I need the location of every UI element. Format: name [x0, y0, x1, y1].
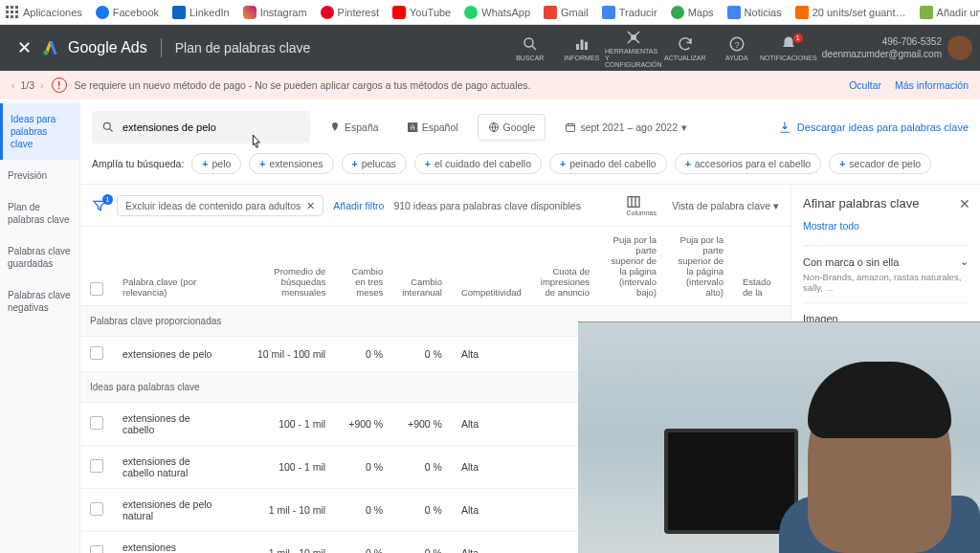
cell-avg: 100 - 1 mil — [230, 446, 335, 489]
apps-grid-icon — [6, 6, 19, 19]
cell-keyword: extensiones de cabello natural — [113, 446, 230, 489]
svg-rect-13 — [585, 41, 588, 49]
cell-chgy: 0 % — [392, 532, 452, 554]
sidebar-item-saved-keywords[interactable]: Palabras clave guardadas — [0, 235, 79, 279]
bookmark-youtube[interactable]: YouTube — [392, 6, 451, 19]
col-comp[interactable]: Competitividad — [452, 227, 531, 306]
language-selector[interactable]: 🅰Español — [398, 114, 468, 141]
globe-icon — [488, 122, 500, 133]
date-range-selector[interactable]: sept 2021 – ago 2022 ▾ — [555, 114, 697, 141]
row-checkbox[interactable] — [90, 459, 103, 473]
broaden-pill[interactable]: +extensiones — [249, 153, 333, 174]
tool-notifications[interactable]: 1Notificaciones — [763, 35, 814, 61]
svg-rect-4 — [11, 11, 13, 13]
col-keyword[interactable]: Palabra clave (por relevancia) — [113, 227, 230, 306]
close-button[interactable]: ✕ — [8, 37, 41, 58]
bookmark-news[interactable]: Noticias — [727, 6, 782, 19]
refine-close[interactable]: ✕ — [959, 196, 970, 211]
refine-section-brand[interactable]: Con marca o sin ella⌄ Non-Brands, amazon… — [803, 245, 969, 302]
broaden-pill[interactable]: +accesorios para el cabello — [675, 153, 822, 174]
bookmark-whatsapp[interactable]: WhatsApp — [464, 6, 530, 19]
filter-tag[interactable]: Excluir ideas de contenido para adultos✕ — [117, 195, 323, 216]
cell-keyword: extensiones adhesivas — [113, 532, 230, 554]
broaden-pill[interactable]: +pelo — [191, 153, 241, 174]
svg-rect-7 — [11, 15, 13, 18]
search-icon — [101, 121, 115, 134]
add-filter[interactable]: Añadir filtro — [333, 200, 384, 211]
row-checkbox[interactable] — [90, 346, 103, 360]
sidebar-item-keyword-ideas[interactable]: Ideas para palabras clave — [0, 103, 79, 160]
sidebar-item-forecast[interactable]: Previsión — [0, 160, 79, 191]
alert-prev[interactable]: ‹ — [11, 79, 15, 91]
search-box[interactable] — [92, 111, 310, 144]
cell-chg3: 0 % — [335, 446, 392, 489]
select-all-checkbox[interactable] — [90, 282, 103, 296]
tool-settings[interactable]: Herramientas y configuración — [608, 29, 659, 68]
bookmark-prestashop[interactable]: Añadir una nueva e… — [920, 6, 980, 19]
view-selector[interactable]: Vista de palabra clave ▾ — [672, 200, 779, 211]
table-toolbar: 1 Excluir ideas de contenido para adulto… — [80, 185, 791, 226]
cell-chgy: 0 % — [392, 337, 452, 372]
webcam-overlay — [578, 321, 980, 553]
bookmark-aliexpress[interactable]: 20 units/set guant… — [795, 6, 906, 19]
account-info[interactable]: 496-706-5352 deenmazumder@gmail.com — [822, 35, 942, 60]
close-icon[interactable]: ✕ — [306, 200, 315, 211]
filter-icon[interactable]: 1 — [92, 198, 107, 213]
row-checkbox[interactable] — [90, 502, 103, 516]
apps-button[interactable]: Aplicaciones — [6, 6, 82, 19]
tool-search[interactable]: Buscar — [504, 35, 556, 61]
svg-rect-3 — [6, 11, 9, 13]
col-avg[interactable]: Promedio de búsquedas mensuales — [230, 227, 335, 306]
bookmark-linkedin[interactable]: LinkedIn — [172, 6, 230, 19]
cell-avg: 100 - 1 mil — [230, 403, 335, 446]
google-ads-logo-icon — [41, 38, 60, 57]
sidebar-item-negative-keywords[interactable]: Palabras clave negativas — [0, 279, 79, 323]
apps-label: Aplicaciones — [23, 7, 82, 18]
row-checkbox[interactable] — [90, 416, 103, 430]
svg-point-10 — [524, 38, 533, 47]
alert-banner: ‹ 1/3 › ! Se requiere un nuevo método de… — [0, 71, 980, 100]
alert-hide[interactable]: Ocultar — [849, 79, 881, 91]
svg-rect-12 — [580, 39, 583, 50]
refine-title: Afinar palabras clave — [803, 196, 969, 210]
alert-next[interactable]: › — [40, 79, 44, 91]
col-state[interactable]: Estado de la — [733, 227, 791, 306]
avatar[interactable] — [947, 35, 972, 60]
broaden-pill[interactable]: +peinado del cabello — [549, 153, 667, 174]
chevron-down-icon: ▾ — [681, 122, 687, 133]
cell-chg3: 0 % — [335, 337, 392, 372]
col-bidlow[interactable]: Puja por la parte superior de la página … — [599, 227, 666, 306]
col-chgy[interactable]: Cambio interanual — [392, 227, 452, 306]
col-chg3[interactable]: Cambio en tres meses — [335, 227, 392, 306]
location-selector[interactable]: España — [320, 114, 389, 141]
network-selector[interactable]: Google — [478, 114, 546, 141]
bookmark-translate[interactable]: Traducir — [602, 6, 657, 19]
alert-more[interactable]: Más información — [895, 79, 969, 91]
tool-refresh[interactable]: Actualizar — [659, 35, 711, 61]
download-ideas[interactable]: Descargar ideas para palabras clave — [778, 121, 969, 134]
tool-help[interactable]: ?Ayuda — [711, 35, 763, 61]
broaden-pill[interactable]: +pelucas — [342, 153, 407, 174]
download-icon — [778, 121, 791, 134]
col-impr[interactable]: Cuota de impresiones de anuncio — [531, 227, 599, 306]
search-input[interactable] — [122, 122, 301, 133]
svg-rect-1 — [11, 6, 13, 9]
bookmark-gmail[interactable]: Gmail — [544, 6, 589, 19]
chevron-down-icon: ⌄ — [960, 255, 969, 268]
broaden-pill[interactable]: +secador de pelo — [829, 153, 931, 174]
columns-button[interactable]: Columnas — [626, 194, 657, 216]
tool-reports[interactable]: Informes — [556, 35, 608, 61]
col-bidhigh[interactable]: Puja por la parte superior de la página … — [666, 227, 733, 306]
bookmark-instagram[interactable]: Instagram — [243, 6, 307, 19]
row-checkbox[interactable] — [90, 545, 103, 553]
sidebar-item-keyword-plan[interactable]: Plan de palabras clave — [0, 191, 79, 235]
columns-icon — [626, 194, 641, 210]
svg-rect-2 — [15, 6, 18, 9]
bookmark-maps[interactable]: Maps — [671, 6, 714, 19]
bookmark-pinterest[interactable]: Pinterest — [321, 6, 379, 19]
bookmark-facebook[interactable]: Facebook — [96, 6, 159, 19]
broaden-pill[interactable]: +el cuidado del cabello — [414, 153, 542, 174]
alert-nav: ‹ 1/3 › — [11, 79, 44, 91]
refine-show-all[interactable]: Mostrar todo — [803, 220, 969, 232]
cell-chgy: +900 % — [392, 403, 452, 446]
